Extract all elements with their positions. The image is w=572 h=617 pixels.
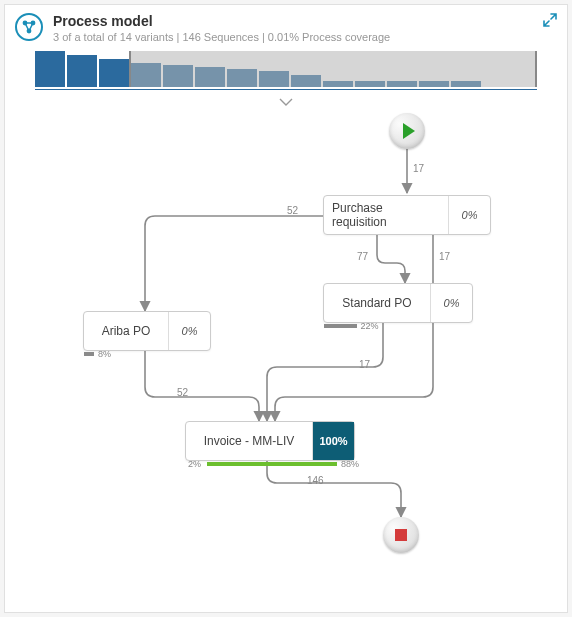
node-pct: 0% [430, 284, 472, 322]
variant-bar[interactable] [67, 55, 97, 87]
node-standard-po[interactable]: Standard PO 0% 22% [323, 283, 473, 323]
stop-icon [395, 529, 407, 541]
expand-icon[interactable] [543, 13, 557, 31]
node-label: Ariba PO [84, 312, 168, 350]
node-pct: 0% [168, 312, 210, 350]
variant-bar[interactable] [99, 59, 129, 87]
process-diagram[interactable]: 17 Purchase requisition 0% 52 77 17 Arib… [5, 97, 567, 567]
edge-label: 146 [307, 475, 324, 486]
node-progress: 22% [324, 324, 472, 328]
panel-subtitle: 3 of a total of 14 variants | 146 Sequen… [53, 31, 557, 43]
node-invoice[interactable]: Invoice - MM-LIV 100% 2% 88% [185, 421, 355, 461]
node-purchase-requisition[interactable]: Purchase requisition 0% [323, 195, 491, 235]
node-ariba-po[interactable]: Ariba PO 0% 8% [83, 311, 211, 351]
play-icon [403, 123, 415, 139]
edge-label: 77 [357, 251, 368, 262]
start-node[interactable] [389, 113, 425, 149]
edge-label: 17 [359, 359, 370, 370]
process-model-icon [15, 13, 43, 41]
variant-selector[interactable] [5, 49, 567, 97]
edge-label: 52 [177, 387, 188, 398]
edge-label: 52 [287, 205, 298, 216]
variant-bar[interactable] [35, 51, 65, 87]
node-pct: 0% [448, 196, 490, 234]
process-model-panel: Process model 3 of a total of 14 variant… [4, 4, 568, 613]
node-progress: 2% 88% [186, 462, 354, 466]
variant-range-mask[interactable] [129, 51, 537, 87]
end-node[interactable] [383, 517, 419, 553]
node-label: Purchase requisition [324, 196, 448, 234]
edge-label: 17 [413, 163, 424, 174]
node-label: Invoice - MM-LIV [186, 422, 312, 460]
panel-header: Process model 3 of a total of 14 variant… [5, 5, 567, 49]
node-pct: 100% [312, 422, 354, 460]
panel-title: Process model [53, 13, 557, 29]
edge-label: 17 [439, 251, 450, 262]
node-label: Standard PO [324, 284, 430, 322]
node-progress: 8% [84, 352, 210, 356]
